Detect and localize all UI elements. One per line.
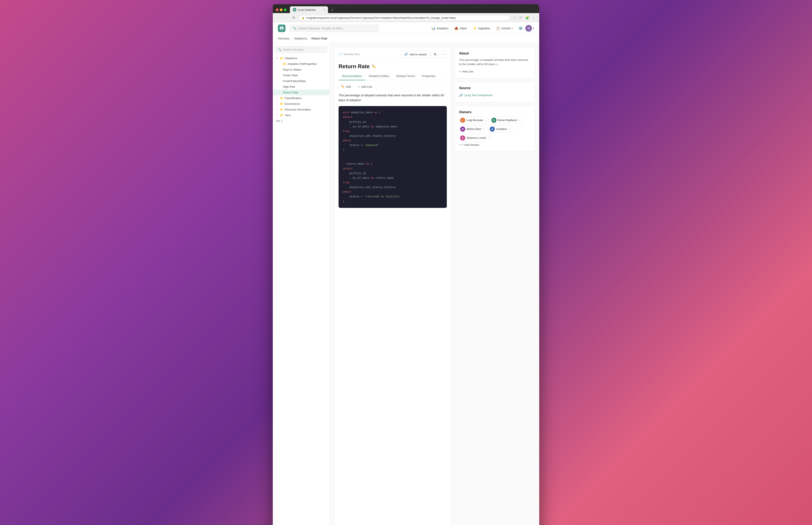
window-minimize-icon[interactable]: ⋯ [531, 7, 536, 13]
extensions-icon[interactable]: 🧩 [524, 15, 530, 20]
source-link[interactable]: 🔗 Long Tail Companions [459, 92, 531, 98]
panel-actions: 🔗 Add to assets ⧉ ⋯ [401, 51, 447, 58]
tabs: Documentation Related Entities Related T… [334, 72, 451, 80]
code-line: profile_id [343, 171, 443, 176]
sidebar-item-adoptions[interactable]: ▾ 📁 Adoptions [273, 55, 330, 61]
avatar-chevron-icon[interactable]: ▾ [533, 27, 534, 30]
user-avatar[interactable]: U [525, 25, 532, 32]
sidebar-item-days-in-status[interactable]: Days in Status [273, 67, 330, 73]
sidebar-item-label: Classification [285, 96, 302, 100]
chevron-right-icon: › [276, 103, 279, 105]
folder-icon: 📁 [280, 57, 284, 60]
owner-chip-luigi: L Luigi Bonsale × [459, 117, 489, 124]
inbox-nav-item[interactable]: 📥 Inbox [452, 25, 469, 32]
sidebar-search[interactable]: 🔍 Search Glossary [275, 46, 327, 53]
inbox-icon: 📥 [454, 26, 459, 30]
browser-titlebar: A Acryl DataHub × + ⋯ [273, 4, 539, 13]
remove-owner-nonie-button[interactable]: × [519, 119, 520, 122]
add-owners-button[interactable]: + + Add Owners [459, 142, 531, 147]
breadcrumb-glossary[interactable]: Glossary [278, 37, 289, 40]
copy-button[interactable]: ⧉ [432, 51, 438, 58]
sidebar-item-label: Personal Information [285, 108, 311, 111]
edit-button[interactable]: ✏️ Edit [338, 84, 353, 90]
edit-title-icon[interactable]: ✏️ [372, 64, 376, 69]
app-content: 🔍 Search Datasets, People, & more... 📊 A… [273, 22, 539, 525]
sidebar-item-label: FosterFailureRate [283, 79, 306, 82]
glossary-term-text: Glossary Term [344, 53, 360, 56]
new-tab-button[interactable]: + [329, 7, 335, 13]
code-line: where [343, 190, 443, 194]
sidebar-item-tiers[interactable]: › 📁 Tiers [273, 112, 330, 118]
sidebar-item-adoption-petproperties[interactable]: › 📁 Adoption.PetProperties [273, 61, 330, 67]
remove-owner-melina-button[interactable]: × [483, 127, 485, 131]
tab-related-terms[interactable]: Related Terms [393, 72, 419, 80]
code-line: analytics.pet_status_history [343, 134, 443, 138]
link-source-icon: 🔗 [459, 93, 463, 97]
breadcrumb-adoptions[interactable]: Adoptions [294, 37, 307, 40]
browser-nav: ← → ↻ 🔒 longtailcompanions.acryl.io/glos… [273, 13, 539, 22]
browser-chrome: A Acryl DataHub × + ⋯ ← → ↻ 🔒 longtailco… [273, 4, 539, 22]
sidebar-item-classification[interactable]: › 📁 Classification [273, 95, 330, 101]
link-icon: 🔗 [404, 52, 408, 56]
url-text: longtailcompanions.acryl.io/glossaryTerm… [306, 16, 456, 19]
settings-button[interactable]: ⚙️ [517, 25, 524, 32]
ellipsis-icon: ⋯ [442, 52, 445, 56]
sidebar-item-personal-information[interactable]: › 📁 Personal Information [273, 107, 330, 112]
remove-owner-analytics-button[interactable]: × [509, 127, 510, 131]
sidebar-item-high-risk[interactable]: High Risk [273, 84, 330, 90]
menu-icon[interactable]: ⋮ [531, 15, 536, 20]
owner-avatar-analytics: A [490, 126, 495, 132]
sidebar-item-foster-rate[interactable]: Foster Rate [273, 73, 330, 78]
more-options-button[interactable]: ⋯ [440, 51, 447, 58]
app-logo [278, 25, 286, 32]
remove-owner-luigi-button[interactable]: × [485, 119, 487, 122]
active-tab[interactable]: A Acryl DataHub × [290, 6, 328, 13]
remove-owner-shannon-button[interactable]: × [488, 136, 489, 139]
tab-properties[interactable]: Properties [419, 72, 439, 80]
forward-button[interactable]: → [284, 15, 289, 21]
sidebar-item-return-rate[interactable]: Return Rate [273, 90, 330, 95]
code-line: from [343, 129, 443, 134]
code-line: ) [343, 199, 443, 204]
analytics-nav-item[interactable]: 📊 Analytics [429, 25, 451, 32]
maximize-window-button[interactable] [284, 9, 287, 11]
sidebar-item-label: Ecommerce [285, 102, 300, 105]
panel-header: 📄 Glossary Term 🔗 Add to assets ⧉ [334, 47, 451, 61]
tab-related-entities[interactable]: Related Entities [365, 72, 393, 80]
source-link-label: Long Tail Companions [464, 94, 492, 97]
govern-nav-item[interactable]: 📋 Govern ▾ [494, 25, 516, 32]
shield-icon[interactable]: 🛡 [518, 15, 524, 20]
add-link-button[interactable]: + Add Link [356, 84, 375, 90]
breadcrumb-current: Return Rate [311, 37, 327, 40]
bookmark-icon[interactable]: ☆ [512, 15, 517, 20]
browser-window: A Acryl DataHub × + ⋯ ← → ↻ 🔒 longtailco… [273, 4, 539, 525]
main-panel: 📄 Glossary Term 🔗 Add to assets ⧉ [334, 47, 451, 525]
sidebar-search-icon: 🔍 [278, 48, 281, 51]
logo-icon [279, 26, 284, 31]
tab-documentation[interactable]: Documentation [338, 72, 365, 80]
glossary-term-label: 📄 Glossary Term [338, 52, 360, 56]
plus-icon: + [459, 143, 461, 146]
analytics-label: Analytics [437, 27, 449, 30]
sidebar-item-ecommerce[interactable]: › 📁 Ecommerce [273, 101, 330, 107]
owner-chip-melina: M Melina Eliez × [459, 125, 487, 133]
content-area: 📄 Glossary Term 🔗 Add to assets ⧉ [330, 43, 539, 525]
owners-grid: L Luigi Bonsale × N Nonie Radband × M [459, 117, 531, 141]
add-link-about-button[interactable]: + Add Link [459, 69, 531, 74]
ingestion-nav-item[interactable]: ⚡ Ingestion [470, 25, 493, 32]
address-bar[interactable]: 🔒 longtailcompanions.acryl.io/glossaryTe… [299, 15, 510, 21]
tab-close-button[interactable]: × [323, 8, 325, 11]
add-assets-label: Add to assets [409, 53, 427, 56]
reload-button[interactable]: ↻ [291, 15, 297, 21]
govern-chevron-icon: ▾ [512, 27, 513, 29]
minimize-window-button[interactable] [280, 9, 282, 11]
traffic-lights [276, 9, 287, 11]
chevron-right-icon: › [279, 63, 282, 65]
back-button[interactable]: ← [276, 15, 282, 21]
tab-content-documentation: ✏️ Edit + Add Link The percentage of ado… [334, 80, 451, 211]
document-icon: 📄 [338, 52, 342, 56]
search-bar[interactable]: 🔍 Search Datasets, People, & more... [290, 25, 378, 32]
sidebar-item-foster-failure-rate[interactable]: FosterFailureRate [273, 78, 330, 84]
close-window-button[interactable] [276, 9, 278, 11]
add-to-assets-button[interactable]: 🔗 Add to assets [401, 51, 430, 58]
